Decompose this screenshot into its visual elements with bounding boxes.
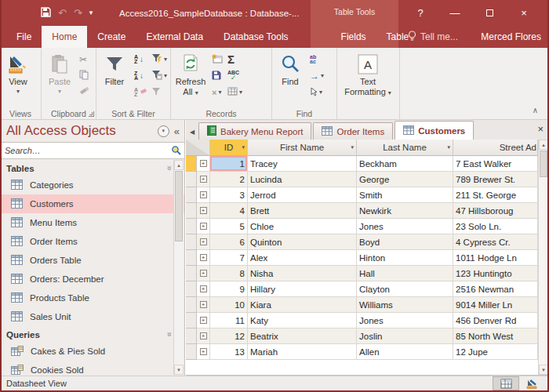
view-dropdown-icon[interactable]: ▾ [16, 89, 20, 95]
ribbon-tab-fields[interactable]: Fields [331, 26, 376, 48]
cell-first-name[interactable]: Hillary [248, 281, 357, 297]
cell-street[interactable]: 9014 Miller Ln [453, 297, 538, 313]
datasheet-vscrollbar[interactable]: ▲ ▼ [538, 140, 547, 375]
help-button[interactable]: ? [403, 0, 438, 26]
nav-item-cookies-sold[interactable]: Cookies Sold [2, 361, 184, 376]
cell-id[interactable]: 3 [210, 187, 248, 203]
row-selector[interactable] [186, 281, 197, 297]
cell-id[interactable]: 4 [210, 203, 248, 219]
nav-search-input[interactable] [2, 146, 171, 155]
cell-street[interactable]: 7 East Walker [453, 156, 538, 172]
cell-first-name[interactable]: Quinton [248, 234, 357, 250]
select-all-corner[interactable] [186, 140, 210, 156]
filter-button[interactable]: Filter [97, 49, 132, 87]
paste-dropdown-icon[interactable]: ▾ [58, 89, 61, 95]
cell-street[interactable]: 456 Denver Rd [453, 313, 538, 328]
expand-subdatasheet[interactable]: + [197, 313, 210, 328]
cell-first-name[interactable]: Alex [248, 250, 357, 266]
cell-id[interactable]: 2 [210, 172, 248, 187]
expand-subdatasheet[interactable]: + [197, 250, 210, 266]
collapse-ribbon-icon[interactable]: ∧ [533, 106, 538, 114]
column-header-first-name[interactable]: First Name ▾ [248, 140, 357, 156]
cell-id[interactable]: 8 [210, 266, 248, 281]
format-painter-button[interactable] [77, 84, 91, 100]
last-name-filter-dropdown-icon[interactable]: ▾ [447, 144, 450, 151]
row-selector[interactable] [186, 187, 197, 203]
delete-record-button[interactable]: × ▾ [209, 84, 225, 100]
expand-subdatasheet[interactable]: + [197, 266, 210, 281]
collapse-group-icon[interactable]: « [163, 166, 173, 170]
paste-button[interactable]: Paste ▾ [42, 49, 77, 95]
ribbon-tab-home[interactable]: Home [42, 26, 87, 48]
cell-id[interactable]: 9 [210, 281, 248, 297]
row-selector[interactable] [186, 297, 197, 313]
shutter-bar-close-icon[interactable]: « [174, 125, 180, 137]
nav-item-order-items[interactable]: Order Items [2, 232, 184, 251]
column-header-street[interactable]: Street Ad [453, 140, 538, 156]
totals-button[interactable]: Σ [225, 51, 245, 67]
row-selector[interactable] [186, 328, 197, 344]
tab-scroll-left-icon[interactable]: ◀ [186, 124, 198, 140]
first-name-filter-dropdown-icon[interactable]: ▾ [351, 144, 354, 151]
doc-tab-order-items[interactable]: Order Items [313, 122, 393, 140]
tell-me-box[interactable]: Tell me... [408, 26, 458, 48]
cell-last-name[interactable]: Smith [357, 187, 453, 203]
column-header-last-name[interactable]: Last Name ▾ [357, 140, 453, 156]
customize-qat-icon[interactable]: ▾ [89, 9, 93, 16]
copy-button[interactable] [77, 67, 91, 84]
cell-last-name[interactable]: Williams [357, 297, 453, 313]
find-button[interactable]: Find [273, 49, 307, 87]
cell-first-name[interactable]: Kiara [248, 297, 357, 313]
row-selector[interactable] [186, 234, 197, 250]
cell-last-name[interactable]: Newkirk [357, 203, 453, 219]
cell-last-name[interactable]: Jones [357, 219, 453, 234]
row-selector[interactable] [186, 313, 197, 328]
minimize-button[interactable]: — [438, 0, 472, 26]
cell-first-name[interactable]: Tracey [248, 156, 357, 172]
cell-id[interactable]: 12 [210, 328, 248, 344]
datasheet-view-button[interactable] [493, 376, 519, 390]
redo-icon[interactable]: ↷ [74, 8, 82, 18]
cell-street[interactable]: 123 Huntingto [453, 266, 538, 281]
advanced-filter-button[interactable]: ▾ [149, 67, 169, 84]
doc-tab-bakery-menu-report[interactable]: Bakery Menu Report [198, 122, 311, 140]
nav-item-orders-table[interactable]: Orders Table [2, 251, 184, 270]
more-records-button[interactable]: ▾ [225, 84, 245, 100]
expand-subdatasheet[interactable]: + [197, 156, 210, 172]
toggle-filter-button[interactable] [149, 84, 169, 100]
nav-scroll-up-icon[interactable]: ▲ [174, 160, 184, 170]
cell-first-name[interactable]: Beatrix [248, 328, 357, 344]
nav-item-menu-items[interactable]: Menu Items [2, 213, 184, 232]
select-button[interactable]: ▾ [307, 84, 326, 100]
cell-first-name[interactable]: Brett [248, 203, 357, 219]
row-selector[interactable] [186, 250, 197, 266]
refresh-all-button[interactable]: Refresh All ▾ [172, 49, 209, 97]
cell-first-name[interactable]: Nisha [248, 266, 357, 281]
cell-first-name[interactable]: Mariah [248, 344, 357, 360]
expand-subdatasheet[interactable]: + [197, 297, 210, 313]
remove-sort-button[interactable]: AZ [132, 84, 149, 100]
expand-subdatasheet[interactable]: + [197, 172, 210, 187]
ribbon-tab-create[interactable]: Create [87, 26, 136, 48]
close-document-icon[interactable]: × [537, 123, 544, 135]
goto-button[interactable]: → ▾ [307, 67, 326, 84]
spelling-button[interactable]: ABC✓ [225, 67, 245, 84]
row-selector[interactable] [186, 219, 197, 234]
id-filter-dropdown-icon[interactable]: ▾ [242, 144, 245, 151]
cell-id[interactable]: 10 [210, 297, 248, 313]
nav-item-orders-december[interactable]: Orders: December [2, 270, 184, 289]
maximize-button[interactable] [472, 0, 507, 26]
cell-last-name[interactable]: Hall [357, 266, 453, 281]
cell-street[interactable]: 4 Cypress Cr. [453, 234, 538, 250]
close-button[interactable]: × [507, 0, 541, 26]
doc-tab-customers[interactable]: Customers [394, 121, 474, 140]
nav-item-products-table[interactable]: Products Table [2, 289, 184, 307]
ribbon-tab-external-data[interactable]: External Data [136, 26, 213, 48]
cell-street[interactable]: 12 Jupe [453, 344, 538, 360]
replace-button[interactable]: abac [307, 51, 326, 67]
ribbon-tab-file[interactable]: File [6, 26, 42, 48]
nav-item-sales-unit[interactable]: Sales Unit [2, 307, 184, 326]
new-record-button[interactable]: ✱ [209, 51, 225, 67]
cell-first-name[interactable]: Jerrod [248, 187, 357, 203]
expand-subdatasheet[interactable]: + [197, 328, 210, 344]
